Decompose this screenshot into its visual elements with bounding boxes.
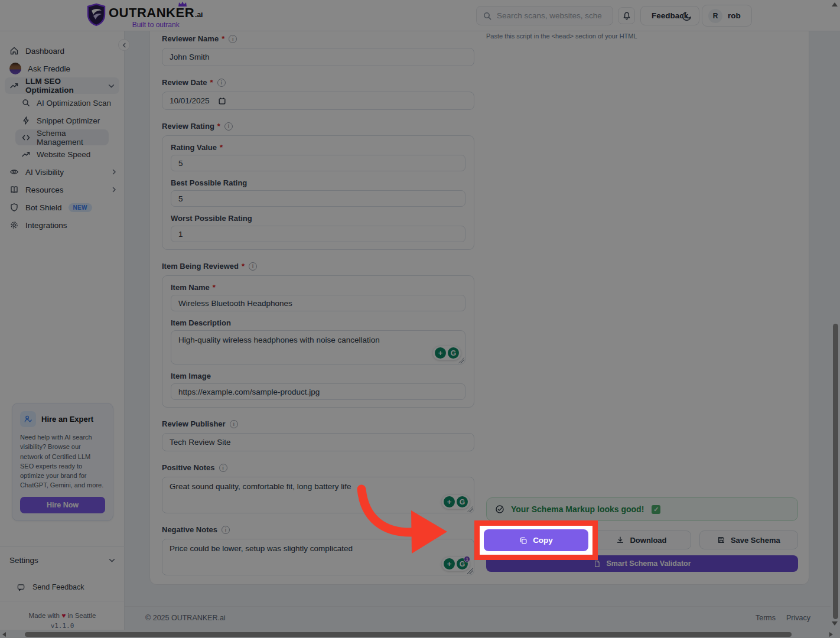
- hire-card-body: Need help with AI search visibility? Bro…: [20, 432, 105, 490]
- item-description-textarea[interactable]: High-quality wireless headphones with no…: [171, 330, 465, 364]
- sidebar-item-dashboard[interactable]: Dashboard: [0, 42, 124, 60]
- send-feedback-link[interactable]: Send Feedback: [0, 580, 125, 595]
- sidebar-item-website-speed[interactable]: Website Speed: [0, 145, 124, 163]
- field-label-review-date: Review Date*: [162, 78, 474, 87]
- sidebar-item-snippet-optimizer[interactable]: Snippet Optimizer: [0, 112, 124, 129]
- check-mark-emoji: ✓: [652, 505, 660, 514]
- dark-mode-toggle[interactable]: [681, 9, 694, 22]
- grammarly-suggestion-icon[interactable]: +: [444, 558, 455, 569]
- info-icon[interactable]: [222, 526, 230, 534]
- person-check-icon: [20, 411, 36, 427]
- sidebar-item-llm-seo-optimization[interactable]: LLM SEO Optimization: [5, 77, 119, 94]
- search-input[interactable]: [497, 11, 607, 20]
- logo-wordmark: OUTRANKER: [109, 5, 194, 21]
- horizontal-scrollbar[interactable]: [0, 631, 831, 638]
- download-button[interactable]: Download: [592, 530, 691, 549]
- logo-tagline: Built to outrank: [109, 21, 203, 29]
- chevron-right-icon: [111, 187, 117, 193]
- calendar-icon[interactable]: [218, 97, 226, 105]
- negative-notes-textarea[interactable]: Price could be lower, setup was slightly…: [162, 539, 474, 575]
- grammarly-widget[interactable]: + G 1: [441, 556, 470, 571]
- field-label-best-rating: Best Possible Rating: [171, 178, 465, 187]
- trending-up-icon: [9, 81, 19, 90]
- grammarly-alert-badge: 1: [464, 556, 470, 562]
- heart-icon: ♥: [61, 611, 66, 620]
- review-date-input[interactable]: 10/01/2025: [162, 92, 474, 110]
- sidebar-item-ask-freddie[interactable]: Ask Freddie: [0, 60, 124, 77]
- scroll-left-arrow[interactable]: [2, 632, 6, 637]
- grammarly-widget[interactable]: + G: [432, 346, 461, 360]
- grammarly-icon[interactable]: G 1: [457, 558, 468, 569]
- chevron-down-icon: [108, 83, 115, 89]
- horizontal-scrollbar-thumb[interactable]: [25, 632, 792, 637]
- profile-menu[interactable]: R rob: [702, 5, 752, 27]
- vertical-scrollbar-thumb[interactable]: [833, 324, 838, 619]
- sidebar-item-ai-optimization-scan[interactable]: AI Optimization Scan: [0, 94, 124, 112]
- resize-handle[interactable]: [467, 568, 473, 574]
- field-label-positive-notes: Positive Notes: [162, 463, 474, 472]
- info-icon[interactable]: [217, 79, 226, 87]
- grammarly-widget[interactable]: + G: [441, 494, 470, 509]
- save-icon: [717, 536, 725, 544]
- terms-link[interactable]: Terms: [756, 614, 776, 622]
- best-rating-input[interactable]: [171, 190, 465, 207]
- sidebar-item-ai-visibility[interactable]: AI Visibility: [0, 163, 124, 181]
- hire-now-button[interactable]: Hire Now: [20, 497, 105, 513]
- rating-value-input[interactable]: [171, 155, 465, 171]
- sidebar-collapse-button[interactable]: [118, 39, 130, 51]
- grammarly-suggestion-icon[interactable]: +: [444, 496, 455, 507]
- notifications-button[interactable]: [618, 7, 635, 24]
- review-publisher-input[interactable]: [162, 433, 474, 451]
- divider: [0, 601, 125, 601]
- item-image-input[interactable]: [171, 383, 465, 400]
- paste-script-note: Paste this script in the <head> section …: [486, 32, 637, 40]
- resize-handle[interactable]: [458, 357, 464, 363]
- global-search[interactable]: [476, 6, 613, 25]
- username: rob: [728, 11, 741, 20]
- scroll-up-arrow[interactable]: [832, 2, 838, 6]
- item-name-input[interactable]: [171, 295, 465, 311]
- positive-notes-textarea[interactable]: Great sound quality, comfortable fit, lo…: [162, 477, 474, 513]
- copyright: © 2025 OUTRANKER.ai: [145, 614, 226, 622]
- annotation-highlight-box: Copy: [474, 520, 598, 560]
- info-icon[interactable]: [219, 464, 227, 472]
- info-icon[interactable]: [249, 262, 257, 271]
- sidebar-item-resources[interactable]: Resources: [0, 181, 124, 198]
- worst-rating-input[interactable]: [171, 226, 465, 242]
- info-icon[interactable]: [229, 35, 237, 43]
- scroll-right-arrow[interactable]: [829, 632, 833, 637]
- info-icon[interactable]: [224, 122, 233, 131]
- hire-expert-card: Hire an Expert Need help with AI search …: [12, 403, 113, 521]
- field-label-negative-notes: Negative Notes: [162, 525, 474, 534]
- vertical-scrollbar[interactable]: [831, 0, 840, 631]
- outranker-logo[interactable]: OUTRANKER .ai Built to outrank: [86, 3, 203, 29]
- save-schema-button[interactable]: Save Schema: [699, 530, 798, 549]
- sidebar-item-integrations[interactable]: Integrations: [0, 216, 124, 234]
- item-being-reviewed-group: Item Name* Item Description High-quality…: [162, 275, 474, 408]
- highlight-inner-panel: Copy: [480, 526, 592, 555]
- grammarly-icon[interactable]: G: [457, 496, 468, 507]
- chevron-left-icon: [122, 43, 127, 48]
- home-icon: [9, 46, 19, 56]
- scroll-down-arrow[interactable]: [832, 621, 838, 626]
- field-label-review-rating: Review Rating*: [162, 122, 474, 131]
- top-header: OUTRANKER .ai Built to outrank Feedback …: [0, 0, 840, 31]
- field-label-item-being-reviewed: Item Being Reviewed*: [162, 262, 474, 271]
- reviewer-name-input[interactable]: [162, 48, 474, 66]
- sidebar-item-bot-shield[interactable]: Bot Shield NEW: [0, 198, 124, 216]
- copy-button-highlighted[interactable]: Copy: [484, 529, 588, 551]
- info-icon[interactable]: [230, 420, 238, 428]
- schema-valid-banner: Your Schema Markup looks good! ✓: [486, 497, 798, 521]
- download-icon: [616, 536, 624, 544]
- footer-divider: [125, 606, 831, 607]
- schema-valid-message: Your Schema Markup looks good!: [511, 504, 644, 514]
- copy-icon: [519, 536, 528, 545]
- made-with-love: Made with ♥ in Seattle: [0, 611, 125, 620]
- privacy-link[interactable]: Privacy: [786, 614, 810, 622]
- sidebar-item-schema-management[interactable]: Schema Management: [15, 129, 109, 145]
- grammarly-suggestion-icon[interactable]: +: [435, 347, 446, 359]
- resize-handle[interactable]: [467, 506, 473, 512]
- review-schema-form: Reviewer Name* Review Date* 10/01/2025 R…: [162, 34, 474, 587]
- sidebar-item-settings[interactable]: Settings: [0, 551, 125, 569]
- grammarly-icon[interactable]: G: [448, 347, 459, 359]
